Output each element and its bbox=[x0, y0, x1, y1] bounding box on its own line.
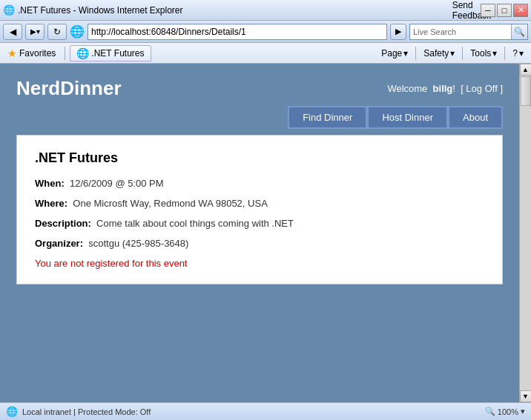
page-content: NerdDinner Welcome billg! [ Log Off ] Fi… bbox=[0, 64, 519, 402]
safety-label: Safety bbox=[423, 48, 449, 59]
when-row: When: 12/6/2009 @ 5:00 PM bbox=[35, 178, 484, 189]
welcome-section: Welcome billg! [ Log Off ] bbox=[387, 83, 503, 94]
nav-buttons: Find Dinner Host Dinner About bbox=[7, 106, 512, 135]
star-icon: ★ bbox=[7, 47, 17, 59]
safety-chevron-icon: ▾ bbox=[450, 48, 455, 59]
back-button[interactable]: ◀ bbox=[3, 24, 22, 40]
dinner-title: .NET Futures bbox=[35, 150, 484, 166]
ie-icon: 🌐 bbox=[3, 4, 15, 16]
organizer-value: scottgu (425-985-3648) bbox=[88, 238, 188, 249]
intranet-icon: 🌐 bbox=[6, 406, 18, 417]
tab-ie-icon: 🌐 bbox=[76, 47, 89, 59]
log-off-link[interactable]: Log Off bbox=[466, 83, 497, 94]
where-row: Where: One Microsft Way, Redmond WA 9805… bbox=[35, 198, 484, 209]
tab-label: .NET Futures bbox=[91, 48, 144, 59]
about-button[interactable]: About bbox=[448, 106, 503, 129]
send-feedback-link[interactable]: Send Feedback bbox=[464, 4, 479, 17]
tools-label: Tools bbox=[470, 48, 491, 59]
toolbar-tools: Page ▾ Safety ▾ Tools ▾ ? ▾ bbox=[377, 47, 528, 60]
minimize-button[interactable]: ─ bbox=[481, 4, 495, 17]
when-value: 12/6/2009 @ 5:00 PM bbox=[70, 178, 164, 189]
browser-tab[interactable]: 🌐 .NET Futures bbox=[70, 45, 151, 61]
zone-text: Local intranet | Protected Mode: Off bbox=[22, 407, 151, 416]
host-dinner-button[interactable]: Host Dinner bbox=[367, 106, 448, 129]
safety-menu-button[interactable]: Safety ▾ bbox=[419, 47, 459, 60]
description-value: Come talk about cool things coming with … bbox=[96, 218, 294, 229]
browser-content: NerdDinner Welcome billg! [ Log Off ] Fi… bbox=[0, 64, 531, 402]
status-bar: 🌐 Local intranet | Protected Mode: Off 🔍… bbox=[0, 402, 531, 420]
help-icon: ? bbox=[512, 48, 518, 59]
scroll-track[interactable] bbox=[520, 76, 532, 390]
app-header: NerdDinner Welcome billg! [ Log Off ] bbox=[7, 71, 512, 106]
scroll-thumb[interactable] bbox=[521, 76, 531, 106]
zoom-indicator: 🔍 100% ▾ bbox=[485, 407, 525, 416]
title-bar-text: .NET Futures - Windows Internet Explorer bbox=[18, 5, 464, 16]
username: billg bbox=[433, 83, 453, 94]
close-button[interactable]: ✕ bbox=[513, 4, 528, 17]
not-registered-message: You are not registered for this event bbox=[35, 258, 484, 269]
favorites-toolbar: ★ Favorites 🌐 .NET Futures Page ▾ Safety… bbox=[0, 43, 531, 64]
page-menu-button[interactable]: Page ▾ bbox=[377, 47, 412, 60]
live-search-label: Live Search bbox=[410, 27, 511, 36]
description-label: Description: bbox=[35, 218, 91, 229]
scroll-down-button[interactable]: ▼ bbox=[520, 390, 532, 402]
separator2 bbox=[415, 47, 416, 60]
ie-logo-icon: 🌐 bbox=[70, 24, 85, 39]
scroll-up-button[interactable]: ▲ bbox=[520, 64, 532, 76]
separator bbox=[65, 47, 65, 60]
zoom-icon: 🔍 bbox=[485, 407, 495, 416]
favorites-label: Favorites bbox=[19, 48, 56, 59]
address-input[interactable] bbox=[88, 24, 387, 40]
refresh-button[interactable]: ↻ bbox=[47, 24, 67, 40]
dinner-details: .NET Futures When: 12/6/2009 @ 5:00 PM W… bbox=[16, 135, 503, 284]
zoom-level: 100% bbox=[498, 407, 518, 416]
help-chevron-icon: ▾ bbox=[519, 48, 524, 59]
description-row: Description: Come talk about cool things… bbox=[35, 218, 484, 229]
live-search-box: Live Search 🔍 bbox=[409, 24, 528, 40]
tools-menu-button[interactable]: Tools ▾ bbox=[466, 47, 501, 60]
address-bar: ◀ ▶▾ ↻ 🌐 ▶ Live Search 🔍 bbox=[0, 21, 531, 43]
app-container: NerdDinner Welcome billg! [ Log Off ] Fi… bbox=[7, 71, 512, 395]
separator4 bbox=[504, 47, 505, 60]
go-button[interactable]: ▶ bbox=[390, 24, 406, 40]
maximize-button[interactable]: □ bbox=[497, 4, 512, 17]
where-label: Where: bbox=[35, 198, 67, 209]
organizer-label: Organizer: bbox=[35, 238, 83, 249]
forward-button[interactable]: ▶▾ bbox=[25, 24, 44, 40]
help-button[interactable]: ? ▾ bbox=[508, 47, 528, 60]
scrollbar: ▲ ▼ bbox=[519, 64, 531, 402]
live-search-button[interactable]: 🔍 bbox=[511, 24, 527, 39]
page-chevron-icon: ▾ bbox=[403, 48, 408, 59]
page-label: Page bbox=[381, 48, 402, 59]
zoom-chevron-icon[interactable]: ▾ bbox=[521, 407, 525, 416]
tools-chevron-icon: ▾ bbox=[492, 48, 497, 59]
welcome-label: Welcome bbox=[387, 83, 427, 94]
organizer-row: Organizer: scottgu (425-985-3648) bbox=[35, 238, 484, 249]
window-controls: Send Feedback ─ □ ✕ bbox=[464, 4, 528, 17]
when-label: When: bbox=[35, 178, 65, 189]
title-bar: 🌐 .NET Futures - Windows Internet Explor… bbox=[0, 0, 531, 21]
welcome-text: Welcome billg! [ Log Off ] bbox=[387, 83, 503, 94]
favorites-button[interactable]: ★ Favorites bbox=[3, 46, 60, 61]
find-dinner-button[interactable]: Find Dinner bbox=[288, 106, 367, 129]
separator3 bbox=[462, 47, 463, 60]
where-value: One Microsft Way, Redmond WA 98052, USA bbox=[73, 198, 268, 209]
app-title: NerdDinner bbox=[16, 77, 122, 100]
